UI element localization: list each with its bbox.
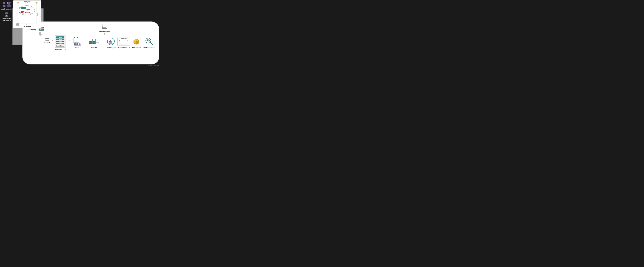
team-sync-label: Team Sync bbox=[106, 47, 116, 49]
product-owner-label: Product Owner bbox=[0, 8, 13, 10]
svg-point-4 bbox=[8, 2, 10, 4]
pi-objectives-icon-main bbox=[102, 24, 108, 29]
loop-track: Enabler Feature Story Enabler CD CI CE bbox=[18, 4, 36, 17]
svg-point-79 bbox=[124, 40, 124, 40]
people-section: Product Owner Scrum Master/ Team Coach bbox=[0, 1, 13, 21]
arrow-2: → bbox=[68, 39, 70, 47]
pi-objectives-label: PI Objectives bbox=[99, 30, 110, 32]
svg-point-93 bbox=[148, 40, 149, 41]
backlog-story-3: Story bbox=[56, 40, 64, 42]
svg-line-92 bbox=[150, 42, 153, 45]
svg-rect-67 bbox=[90, 42, 92, 44]
backlog-story-4: Story bbox=[56, 43, 64, 44]
svg-text:CI: CI bbox=[19, 9, 20, 10]
story-badge-2: Story bbox=[38, 29, 44, 30]
svg-point-5 bbox=[6, 4, 11, 7]
svg-text:CD: CD bbox=[19, 7, 20, 8]
arrow-4: → bbox=[101, 39, 104, 47]
sys-demos-inner: I&A I&A bbox=[118, 39, 130, 45]
plan-section: Plan bbox=[71, 37, 84, 49]
svg-text:Story: Story bbox=[21, 12, 24, 12]
local-context-section: Local team context bbox=[44, 37, 50, 49]
local-team-context-label: Local team context bbox=[44, 37, 50, 43]
svg-point-58 bbox=[102, 26, 103, 26]
increment-section: Increment bbox=[130, 37, 143, 49]
increment-icon bbox=[132, 37, 141, 46]
backlog-stack: Story Story Story Story NFRs bbox=[55, 35, 66, 47]
scrum-master-group: Scrum Master/ Team Coach bbox=[0, 12, 13, 21]
svg-point-72 bbox=[110, 40, 111, 41]
copyright-text: © Scaled Agile, Inc. bbox=[148, 65, 160, 66]
pi-objectives-top: PI Objectives ⇕ bbox=[99, 24, 110, 35]
backlog-story-1: Story bbox=[56, 36, 64, 38]
pi-objectives-icon bbox=[16, 23, 19, 26]
deliver-icon bbox=[89, 37, 99, 45]
system-demos-mini-diagram: System Demos I&A I&A bbox=[118, 37, 130, 45]
svg-point-59 bbox=[102, 27, 103, 28]
team-sync-section: Team Sync bbox=[105, 37, 118, 49]
deliver-section: Deliver bbox=[88, 37, 100, 48]
system-demos-label: System Demos bbox=[118, 46, 130, 48]
deliver-label: Deliver bbox=[91, 46, 97, 48]
backlog-nfrs: NFRs bbox=[56, 45, 64, 47]
down-arrow bbox=[38, 31, 42, 36]
svg-rect-45 bbox=[74, 37, 75, 38]
svg-rect-65 bbox=[90, 41, 92, 42]
system-demos-section: System Demos I&A I&A bbox=[118, 37, 130, 48]
svg-point-78 bbox=[123, 40, 124, 40]
scrum-master-label: Scrum Master/ Team Coach bbox=[0, 18, 13, 21]
retrospective-icon bbox=[145, 37, 154, 46]
svg-rect-9 bbox=[6, 15, 7, 16]
team-backlog-label: Team Backlog bbox=[54, 48, 66, 50]
increment-label: Increment bbox=[132, 47, 141, 49]
arrow-3: → bbox=[84, 39, 87, 47]
svg-point-6 bbox=[5, 12, 8, 14]
retrospective-section: Retrospective bbox=[143, 37, 156, 49]
scrum-master-icon bbox=[3, 12, 10, 17]
svg-point-73 bbox=[108, 42, 113, 44]
plan-label: Plan bbox=[75, 47, 79, 49]
backlog-story-2: Story bbox=[56, 38, 64, 40]
flow-container: Stories from PI Planning Story Story Loc… bbox=[22, 22, 159, 64]
svg-marker-69 bbox=[107, 40, 108, 42]
iterations-label: Iterations bbox=[24, 26, 31, 28]
product-owner-icon bbox=[2, 1, 11, 8]
svg-rect-68 bbox=[92, 42, 96, 44]
arrow-1: → bbox=[50, 39, 53, 47]
sys-demos-mini-label: System Demos bbox=[121, 38, 127, 39]
svg-text:I&A: I&A bbox=[119, 41, 120, 41]
pi-obj-dots bbox=[102, 29, 107, 30]
double-arrow: ⇕ bbox=[104, 32, 106, 35]
svg-point-57 bbox=[102, 25, 103, 25]
diagram-pi-obj-label: PI Objectives bbox=[16, 26, 20, 26]
svg-text:I&A: I&A bbox=[128, 41, 128, 41]
main-flow-card: Stories from PI Planning Story Story Loc… bbox=[22, 21, 159, 64]
plan-icon bbox=[72, 37, 82, 46]
svg-point-0 bbox=[3, 2, 5, 4]
svg-text:CE: CE bbox=[19, 12, 20, 13]
svg-rect-46 bbox=[77, 37, 78, 38]
svg-rect-66 bbox=[92, 41, 96, 42]
svg-text:PI: PI bbox=[26, 24, 27, 25]
svg-text:Enabler: Enabler bbox=[26, 12, 29, 13]
svg-point-80 bbox=[124, 40, 125, 40]
svg-text:Feature: Feature bbox=[26, 9, 30, 10]
stories-from-planning: Stories from PI Planning Story Story bbox=[26, 24, 44, 62]
retrospective-label: Retrospective bbox=[144, 47, 155, 49]
svg-point-1 bbox=[3, 5, 6, 7]
team-backlog-section: Story Story Story Story NFRs Team Backlo… bbox=[54, 35, 67, 50]
diagram-pi-objectives: PI Objectives bbox=[14, 23, 22, 26]
svg-text:Enabler: Enabler bbox=[22, 8, 25, 8]
page-container: Product Owner Scrum Master/ Team Coach S… bbox=[0, 0, 161, 67]
team-sync-icon bbox=[106, 37, 115, 46]
product-owner-group: Product Owner bbox=[0, 1, 13, 10]
iterations-diagram: System Demos I&A I&A PI Planning IP Iter… bbox=[13, 0, 42, 28]
